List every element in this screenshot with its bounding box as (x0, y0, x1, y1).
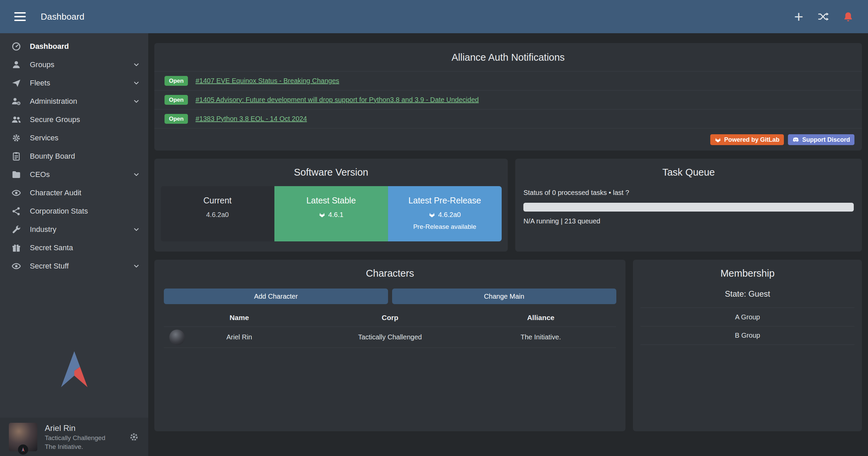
characters-title: Characters (154, 268, 625, 279)
notifications-list: Open #1407 EVE Equinox Status - Breaking… (154, 71, 862, 128)
sidebar-item-label: Secure Groups (30, 115, 80, 124)
task-queue-status: Status of 0 processed tasks • last ? (523, 189, 854, 197)
character-alliance: The Initiative. (465, 333, 616, 341)
chevron-down-icon (133, 61, 140, 68)
notification-row: Open #1383 Python 3.8 EOL - 14 Oct 2024 (154, 110, 862, 128)
sidebar-item-services[interactable]: Services (0, 129, 148, 147)
sidebar-item-label: Dashboard (30, 42, 69, 51)
sidebar-item-fleets[interactable]: Fleets (0, 74, 148, 92)
sidebar-item-ceos[interactable]: CEOs (0, 165, 148, 184)
eye-icon (10, 261, 22, 271)
page-title: Dashboard (41, 12, 84, 22)
status-badge: Open (165, 76, 188, 86)
status-badge: Open (165, 114, 188, 124)
share-icon (10, 206, 22, 216)
character-portrait (169, 330, 185, 345)
user-group-icon (10, 115, 22, 125)
sidebar-item-label: Character Audit (30, 189, 81, 197)
column-header-alliance: Alliance (465, 314, 616, 326)
sidebar-item-secret-santa[interactable]: Secret Santa (0, 239, 148, 257)
user-name: Ariel Rin (45, 423, 105, 433)
sidebar-item-corporation-stats[interactable]: Corporation Stats (0, 202, 148, 220)
sidebar-item-label: Fleets (30, 79, 50, 87)
folder-icon (10, 170, 22, 180)
users-gear-icon (10, 96, 22, 106)
user-avatar (9, 423, 37, 451)
status-badge: Open (165, 95, 188, 105)
latest-stable-label: Latest Stable (274, 196, 388, 205)
notification-link[interactable]: #1383 Python 3.8 EOL - 14 Oct 2024 (195, 115, 307, 123)
gitlab-icon (319, 212, 325, 218)
table-header-row: Name Corp Alliance (164, 314, 616, 327)
sidebar-item-secure-groups[interactable]: Secure Groups (0, 111, 148, 129)
jet-icon (10, 78, 22, 88)
sidebar-item-administration[interactable]: Administration (0, 92, 148, 111)
sidebar-item-dashboard[interactable]: Dashboard (0, 37, 148, 56)
sidebar-item-label: Secret Santa (30, 243, 73, 252)
character-name: Ariel Rin (226, 333, 252, 341)
characters-panel: Characters Add Character Change Main Nam… (154, 260, 625, 431)
software-version-panel: Software Version Current 4.6.2a0 Latest … (154, 159, 508, 252)
characters-table: Name Corp Alliance Ariel Rin Tactically … (164, 314, 616, 348)
sidebar-item-label: Corporation Stats (30, 207, 88, 216)
notification-link[interactable]: #1405 Advisory: Future development will … (195, 96, 479, 104)
sidebar-item-label: Services (30, 134, 58, 142)
settings-gear-icon[interactable] (129, 432, 139, 442)
user-info: Ariel Rin Tactically Challenged The Init… (45, 423, 105, 451)
alliance-logo (56, 351, 93, 388)
sidebar-item-bounty-board[interactable]: Bounty Board (0, 147, 148, 165)
shuffle-icon[interactable] (817, 11, 829, 23)
table-row: Ariel Rin Tactically Challenged The Init… (164, 327, 616, 348)
column-header-name: Name (164, 314, 314, 326)
chevron-down-icon (133, 171, 140, 178)
character-corp: Tactically Challenged (314, 333, 465, 341)
membership-state: State: Guest (633, 289, 862, 299)
wrench-icon (10, 224, 22, 235)
notification-link[interactable]: #1407 EVE Equinox Status - Breaking Chan… (195, 77, 339, 85)
user-alliance: The Initiative. (45, 443, 105, 451)
plus-icon[interactable]: + (794, 9, 803, 24)
sidebar-item-label: Secret Stuff (30, 262, 69, 271)
main-content: Alliance Auth Notifications Open #1407 E… (148, 33, 868, 456)
add-character-button[interactable]: Add Character (164, 289, 388, 304)
menu-icon[interactable] (14, 12, 26, 21)
gear-icon (10, 133, 22, 143)
gitlab-badge[interactable]: Powered by GitLab (710, 134, 784, 145)
software-version-title: Software Version (154, 167, 508, 178)
sidebar-item-label: CEOs (30, 170, 50, 179)
prerelease-note: Pre-Release available (388, 223, 502, 231)
sidebar-item-label: Groups (30, 60, 54, 69)
sidebar-item-label: Industry (30, 225, 56, 234)
sidebar-item-label: Administration (30, 97, 77, 106)
notification-row: Open #1407 EVE Equinox Status - Breaking… (154, 72, 862, 91)
user-icon (10, 60, 22, 70)
sidebar-item-label: Bounty Board (30, 152, 75, 161)
gitlab-badge-label: Powered by GitLab (724, 137, 779, 143)
chevron-down-icon (133, 262, 140, 270)
sidebar-user-panel: Ariel Rin Tactically Challenged The Init… (0, 418, 148, 456)
alliance-emblem-icon (18, 444, 28, 455)
sidebar-item-groups[interactable]: Groups (0, 56, 148, 74)
membership-title: Membership (633, 268, 862, 279)
latest-stable-value: 4.6.1 (328, 211, 343, 219)
task-queue-title: Task Queue (515, 167, 862, 178)
bell-icon[interactable] (843, 11, 854, 22)
sidebar-item-industry[interactable]: Industry (0, 220, 148, 239)
discord-badge[interactable]: Support Discord (788, 134, 854, 145)
footer-badges: Powered by GitLab Support Discord (710, 134, 854, 145)
current-version-value: 4.6.2a0 (206, 211, 229, 219)
latest-prerelease-box: Latest Pre-Release 4.6.2a0 Pre-Release a… (388, 186, 502, 241)
chevron-down-icon (133, 226, 140, 233)
sidebar-item-character-audit[interactable]: Character Audit (0, 184, 148, 202)
discord-badge-label: Support Discord (802, 137, 850, 143)
latest-prerelease-label: Latest Pre-Release (388, 196, 502, 205)
gift-icon (10, 243, 22, 253)
membership-panel: Membership State: Guest A Group B Group (633, 260, 862, 431)
navbar-actions: + (794, 9, 854, 24)
sidebar-item-secret-stuff[interactable]: Secret Stuff (0, 257, 148, 275)
change-main-button[interactable]: Change Main (392, 289, 616, 304)
current-version-box: Current 4.6.2a0 (161, 186, 274, 241)
notifications-panel: Alliance Auth Notifications Open #1407 E… (154, 43, 862, 151)
notification-row: Open #1405 Advisory: Future development … (154, 91, 862, 110)
current-version-label: Current (161, 196, 274, 205)
